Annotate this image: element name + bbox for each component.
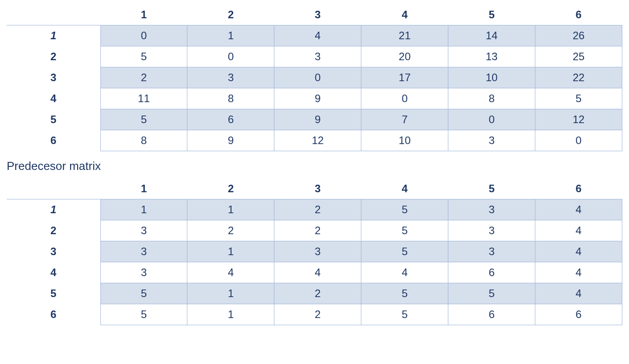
cell: 4 — [187, 262, 274, 283]
cell: 2 — [274, 283, 361, 304]
cell: 6 — [448, 304, 535, 325]
cell: 4 — [535, 262, 622, 283]
cell: 22 — [535, 67, 622, 88]
col-header: 4 — [361, 4, 448, 25]
row-header: 3 — [7, 241, 100, 262]
cell: 5 — [100, 46, 187, 67]
cell: 5 — [361, 199, 448, 220]
col-header: 4 — [361, 178, 448, 199]
cell: 3 — [448, 241, 535, 262]
table-corner — [7, 4, 100, 25]
cell: 10 — [448, 67, 535, 88]
col-header: 6 — [535, 4, 622, 25]
cell: 5 — [361, 241, 448, 262]
cell: 2 — [274, 199, 361, 220]
cell: 4 — [535, 241, 622, 262]
cell: 0 — [100, 25, 187, 46]
table-corner — [7, 178, 100, 199]
cell: 3 — [448, 220, 535, 241]
cell: 6 — [187, 109, 274, 130]
cell: 21 — [361, 25, 448, 46]
cell: 1 — [187, 283, 274, 304]
cell: 10 — [361, 130, 448, 151]
cell: 6 — [535, 304, 622, 325]
cell: 5 — [100, 283, 187, 304]
row-header: 5 — [7, 109, 100, 130]
cell: 5 — [535, 88, 622, 109]
col-header: 6 — [535, 178, 622, 199]
cell: 4 — [535, 199, 622, 220]
distance-matrix-section: 1 2 3 4 5 6 1 0 1 4 21 14 26 2 5 0 3 20 … — [7, 4, 622, 151]
cell: 2 — [100, 67, 187, 88]
cell: 5 — [448, 283, 535, 304]
cell: 9 — [187, 130, 274, 151]
cell: 1 — [187, 304, 274, 325]
cell: 11 — [100, 88, 187, 109]
cell: 4 — [274, 25, 361, 46]
cell: 8 — [100, 130, 187, 151]
row-header: 3 — [7, 67, 100, 88]
row-header: 1 — [7, 199, 100, 220]
cell: 5 — [361, 220, 448, 241]
cell: 8 — [187, 88, 274, 109]
col-header: 2 — [187, 178, 274, 199]
cell: 12 — [274, 130, 361, 151]
cell: 4 — [535, 283, 622, 304]
cell: 5 — [361, 283, 448, 304]
col-header: 2 — [187, 4, 274, 25]
cell: 4 — [361, 262, 448, 283]
cell: 3 — [274, 241, 361, 262]
distance-matrix-table: 1 2 3 4 5 6 1 0 1 4 21 14 26 2 5 0 3 20 … — [7, 4, 622, 151]
col-header: 5 — [448, 4, 535, 25]
cell: 3 — [100, 220, 187, 241]
cell: 2 — [274, 304, 361, 325]
cell: 17 — [361, 67, 448, 88]
row-header: 4 — [7, 88, 100, 109]
cell: 25 — [535, 46, 622, 67]
cell: 13 — [448, 46, 535, 67]
row-header: 6 — [7, 304, 100, 325]
row-header: 6 — [7, 130, 100, 151]
cell: 5 — [100, 109, 187, 130]
cell: 0 — [448, 109, 535, 130]
cell: 3 — [274, 46, 361, 67]
cell: 2 — [187, 220, 274, 241]
cell: 7 — [361, 109, 448, 130]
cell: 8 — [448, 88, 535, 109]
row-header: 1 — [7, 25, 100, 46]
cell: 9 — [274, 109, 361, 130]
cell: 0 — [274, 67, 361, 88]
row-header: 2 — [7, 46, 100, 67]
cell: 5 — [361, 304, 448, 325]
predecessor-matrix-title: Predecesor matrix — [7, 159, 622, 173]
cell: 4 — [535, 220, 622, 241]
col-header: 1 — [100, 178, 187, 199]
cell: 3 — [448, 130, 535, 151]
cell: 12 — [535, 109, 622, 130]
cell: 3 — [100, 262, 187, 283]
cell: 3 — [100, 241, 187, 262]
cell: 4 — [274, 262, 361, 283]
cell: 14 — [448, 25, 535, 46]
cell: 0 — [187, 46, 274, 67]
cell: 5 — [100, 304, 187, 325]
row-header: 4 — [7, 262, 100, 283]
cell: 0 — [361, 88, 448, 109]
predecessor-matrix-table: 1 2 3 4 5 6 1 1 1 2 5 3 4 2 3 2 2 5 3 4 … — [7, 178, 622, 325]
cell: 3 — [187, 67, 274, 88]
cell: 6 — [448, 262, 535, 283]
cell: 3 — [448, 199, 535, 220]
predecessor-matrix-section: 1 2 3 4 5 6 1 1 1 2 5 3 4 2 3 2 2 5 3 4 … — [7, 178, 622, 325]
cell: 2 — [274, 220, 361, 241]
cell: 9 — [274, 88, 361, 109]
cell: 1 — [100, 199, 187, 220]
row-header: 2 — [7, 220, 100, 241]
cell: 1 — [187, 241, 274, 262]
col-header: 3 — [274, 4, 361, 25]
cell: 26 — [535, 25, 622, 46]
cell: 0 — [535, 130, 622, 151]
col-header: 1 — [100, 4, 187, 25]
cell: 1 — [187, 199, 274, 220]
row-header: 5 — [7, 283, 100, 304]
col-header: 5 — [448, 178, 535, 199]
